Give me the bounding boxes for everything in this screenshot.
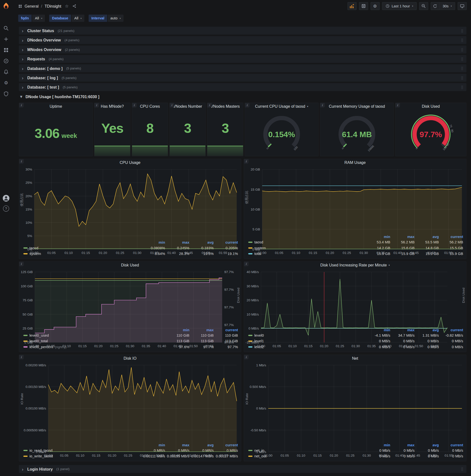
svg-text:5 GB: 5 GB xyxy=(252,227,260,231)
svg-text:01:45: 01:45 xyxy=(188,454,196,457)
time-range-picker[interactable]: Last 1 hour ▾ xyxy=(382,2,417,10)
info-icon[interactable]: i xyxy=(170,103,174,107)
add-panel-button[interactable] xyxy=(347,2,356,10)
user-avatar[interactable] xyxy=(3,195,9,202)
search-icon[interactable] xyxy=(3,25,9,31)
star-icon[interactable]: ☆ xyxy=(65,4,69,9)
info-icon[interactable]: i xyxy=(19,355,24,359)
disk-rate-plot[interactable]: -10 MB/s0 MB/s10 MB/s20 MB/s30 MB/s40 MB… xyxy=(244,269,466,327)
info-icon[interactable]: i xyxy=(94,103,99,107)
svg-text:01:50: 01:50 xyxy=(427,251,436,255)
panel-title[interactable]: Has MNode? xyxy=(94,103,130,110)
panel-title[interactable]: Disk IO xyxy=(19,355,241,362)
svg-text:01:05: 01:05 xyxy=(280,454,289,457)
drag-handle-icon[interactable]: ⣿ xyxy=(461,38,463,42)
breadcrumb-dashboard-title[interactable]: TDinsight xyxy=(45,4,61,8)
info-icon[interactable]: i xyxy=(207,103,212,107)
alerting-bell-icon[interactable] xyxy=(3,69,9,75)
refresh-interval-dropdown[interactable]: 30s ▾ xyxy=(440,2,455,10)
drag-handle-icon[interactable]: ⣿ xyxy=(461,85,463,89)
svg-text:01:35: 01:35 xyxy=(379,454,387,457)
svg-text:01:55: 01:55 xyxy=(444,454,453,457)
info-icon[interactable]: i xyxy=(395,103,400,107)
row-dnode-usage[interactable]: ▾ DNode Usage [ huolinhe-TM1701:6030 ] xyxy=(19,92,467,100)
drag-handle-icon[interactable]: ⣿ xyxy=(461,29,463,33)
info-icon[interactable]: i xyxy=(244,262,249,266)
svg-text:01:10: 01:10 xyxy=(288,344,297,348)
panel-title[interactable]: Current CPU Usage of taosd ▾ xyxy=(245,103,318,110)
panel-title[interactable]: Disk Used Increasing Rate per Minute ▾ xyxy=(244,262,466,269)
chevron-down-icon: ▾ xyxy=(20,94,23,99)
grafana-logo-icon[interactable] xyxy=(0,0,12,12)
net-plot[interactable]: -1 Mb/s-0.50 Mb/s0 Mb/s0.500 Mb/s1 Mb/s0… xyxy=(244,362,466,442)
navbar-actions: ⚙ Last 1 hour ▾ 30s xyxy=(347,2,467,10)
info-icon[interactable]: i xyxy=(245,103,250,107)
configuration-gear-icon[interactable]: ⚙ xyxy=(3,80,9,86)
time-range-label: Last 1 hour xyxy=(392,4,410,8)
drag-handle-icon[interactable]: ⣿ xyxy=(461,48,463,51)
server-admin-shield-icon[interactable] xyxy=(3,90,9,97)
row-database-test[interactable]: › Database: [ test ] (5 panels) ⣿ xyxy=(19,83,467,91)
help-icon[interactable]: ? xyxy=(3,206,9,212)
row-cluster-status[interactable]: › Cluster Status (21 panels) ⣿ xyxy=(19,27,467,34)
cycle-view-button[interactable] xyxy=(458,2,467,10)
chevron-down-icon: ▾ xyxy=(307,103,308,110)
ram-usage-plot[interactable]: 0 MB5 GB10 GB15 GB20 GB01:0001:0501:1001… xyxy=(244,166,466,233)
top-navbar: General / TDinsight ☆ ⚙ xyxy=(12,0,471,12)
row-login-history[interactable]: › Login History (1 panel) ⣿ xyxy=(19,465,467,473)
svg-text:15 GB: 15 GB xyxy=(251,188,260,191)
explore-compass-icon[interactable] xyxy=(3,58,9,64)
info-icon[interactable]: i xyxy=(320,103,325,107)
cpu-usage-plot[interactable]: 0%5%10%15%20%25%30%01:0001:0501:1001:150… xyxy=(19,166,241,239)
panel-title[interactable]: VNodes Number xyxy=(170,103,206,110)
share-icon[interactable] xyxy=(72,4,77,8)
svg-text:01:55: 01:55 xyxy=(220,454,228,457)
variable-interval-value[interactable]: auto ▾ xyxy=(108,15,124,22)
dashboards-icon[interactable] xyxy=(3,47,9,53)
svg-text:01:00: 01:00 xyxy=(257,344,265,348)
svg-text:01:30: 01:30 xyxy=(126,344,134,348)
panel-title[interactable]: RAM Usage xyxy=(244,159,466,166)
row-requests[interactable]: › Requests (4 panels) ⣿ xyxy=(19,55,467,63)
row-mnodes-overview[interactable]: › MNodes Overview (2 panels) ⣿ xyxy=(19,46,467,53)
info-icon[interactable]: i xyxy=(244,159,249,164)
variable-fqdn-value[interactable]: All ▾ xyxy=(32,15,45,22)
svg-text:01:20: 01:20 xyxy=(330,454,338,457)
panel-title[interactable]: Uptime xyxy=(19,103,92,110)
dashboard-settings-button[interactable]: ⚙ xyxy=(370,2,380,10)
gear-icon: ⚙ xyxy=(373,4,377,9)
drag-handle-icon[interactable]: ⣿ xyxy=(461,57,463,61)
create-plus-icon[interactable] xyxy=(3,36,9,42)
panel-title[interactable]: Current Memory Usage of taosd xyxy=(320,103,393,110)
info-icon[interactable]: i xyxy=(19,159,24,164)
disk-io-plot[interactable]: 0 MB/s0.000500 MB/s0.00100 MB/s0.00150 M… xyxy=(19,362,241,442)
info-icon[interactable]: i xyxy=(19,262,24,266)
drag-handle-icon[interactable]: ⣿ xyxy=(461,66,463,70)
panel-title[interactable]: VNodes Masters xyxy=(207,103,243,110)
sparkline xyxy=(170,146,206,156)
row-database-demo[interactable]: › Database: [ demo ] (5 panels) ⣿ xyxy=(19,64,467,72)
row-dnodes-overview[interactable]: › DNodes Overview (4 panels) ⣿ xyxy=(19,36,467,44)
drag-handle-icon[interactable]: ⣿ xyxy=(461,467,463,471)
info-icon[interactable]: i xyxy=(19,103,24,107)
variable-database-value[interactable]: All ▾ xyxy=(72,15,84,22)
save-dashboard-button[interactable] xyxy=(359,2,368,10)
panel-title[interactable]: Net xyxy=(244,355,466,362)
stat-value: 3 xyxy=(184,120,191,136)
panel-title[interactable]: CPU Usage xyxy=(19,159,241,166)
info-icon[interactable]: i xyxy=(132,103,137,107)
info-icon[interactable]: i xyxy=(244,355,249,359)
stat-value: 8 xyxy=(147,120,153,136)
panel-title[interactable]: Disk Used xyxy=(19,262,241,269)
chevron-down-icon: ▾ xyxy=(451,5,452,7)
breadcrumb-folder[interactable]: General xyxy=(25,4,38,8)
panel-title[interactable]: CPU Cores xyxy=(132,103,168,110)
disk-used-plot[interactable]: 0 GiB25 GiB50 GiB75 GiB100 GiB125 GiB01:… xyxy=(19,269,241,327)
panel-title[interactable]: Disk Used xyxy=(395,103,466,110)
refresh-button[interactable] xyxy=(431,2,440,10)
zoom-out-button[interactable] xyxy=(419,2,428,10)
drag-handle-icon[interactable]: ⣿ xyxy=(461,76,463,80)
memory-usage-gauge: 01589561.4 MB xyxy=(320,110,393,156)
row-database-log[interactable]: › Database: [ log ] (5 panels) ⣿ xyxy=(19,74,467,82)
svg-text:-0.50 Mb/s: -0.50 Mb/s xyxy=(251,428,266,432)
